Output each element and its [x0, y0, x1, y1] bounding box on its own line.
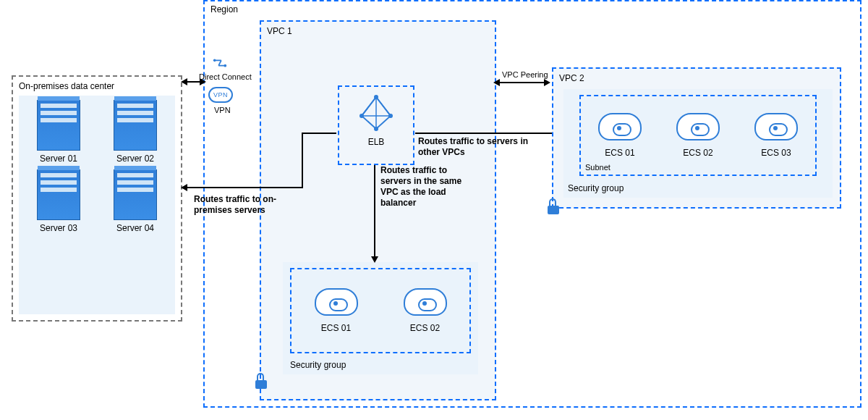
arrow-head: [493, 79, 500, 86]
vpc1-security-group-label: Security group: [290, 360, 346, 370]
arrow-head: [544, 79, 550, 86]
ecs-label: ECS 01: [591, 148, 649, 158]
vpc2-ecs-1: ECS 01: [591, 113, 649, 158]
vpc1-security-group: ECS 01 ECS 02 Security group: [283, 262, 478, 374]
svg-point-0: [213, 59, 216, 62]
ecs-icon: [754, 113, 798, 140]
ecs-icon: [598, 113, 642, 140]
direct-connect-label: Direct Connect: [199, 72, 252, 81]
ecs-icon: [315, 288, 358, 316]
svg-point-3: [388, 114, 393, 118]
server-icon: [37, 169, 80, 220]
server-2: Server 02: [110, 100, 161, 164]
region-label: Region: [210, 4, 238, 14]
server-label: Server 01: [33, 154, 84, 164]
vpc1-container: VPC 1 ELB ECS 01 ECS 02 Security group: [260, 20, 496, 400]
server-label: Server 03: [33, 223, 84, 233]
connector-vpc-peering: [499, 82, 544, 83]
server-label: Server 02: [110, 154, 161, 164]
connector-elb-othervpc: [415, 133, 564, 134]
vpc-peering-label: VPC Peering: [502, 70, 548, 79]
connector-elb-samevpc: [374, 165, 375, 258]
server-icon: [114, 169, 157, 220]
ecs-label: ECS 02: [669, 148, 727, 158]
lock-icon: [547, 198, 560, 214]
connector-elb-onprem-h2: [187, 187, 303, 188]
onprem-title: On-premises data center: [19, 81, 114, 91]
server-icon: [114, 100, 157, 151]
server-4: Server 04: [110, 169, 161, 233]
arrow-head: [181, 184, 187, 191]
elb-icon: [356, 94, 396, 132]
svg-point-4: [374, 127, 378, 131]
ecs-label: ECS 02: [396, 323, 454, 333]
onprem-container: On-premises data center Server 01 Server…: [12, 75, 182, 322]
server-label: Server 04: [110, 223, 161, 233]
svg-point-2: [374, 95, 378, 99]
vpc1-ecs-2: ECS 02: [396, 288, 454, 333]
route-same-vpc-label: Routes traffic to servers in the same VP…: [380, 165, 475, 209]
vpc2-ecs-2: ECS 02: [669, 113, 727, 158]
arrow-head: [200, 78, 206, 85]
connector-elb-onprem-v: [302, 133, 303, 187]
vpc2-security-group: ECS 01 ECS 02 ECS 03 Subnet Security gro…: [563, 89, 833, 198]
vpc2-container: VPC 2 ECS 01 ECS 02 ECS 03 Subnet Securi…: [552, 67, 841, 209]
ecs-icon: [404, 288, 447, 316]
route-other-vpcs-label: Routes traffic to servers in other VPCs: [418, 136, 548, 158]
ecs-label: ECS 03: [747, 148, 805, 158]
vpn-label: VPN: [214, 106, 231, 114]
vpc2-subnet-label: Subnet: [585, 163, 610, 172]
vpc1-label: VPC 1: [267, 26, 292, 36]
vpc2-label: VPC 2: [559, 73, 584, 83]
connector-elb-onprem-h1: [302, 133, 336, 134]
arrow-head: [371, 256, 378, 263]
server-3: Server 03: [33, 169, 84, 233]
server-1: Server 01: [33, 100, 84, 164]
arrow-head: [181, 78, 187, 85]
vpc2-security-group-label: Security group: [568, 183, 624, 193]
ecs-label: ECS 01: [307, 323, 365, 333]
direct-connect-icon: [212, 55, 228, 73]
vpn-icon: VPN: [208, 87, 233, 103]
lock-icon: [255, 373, 268, 389]
elb-label: ELB: [339, 137, 413, 147]
connector-onprem-region: [187, 81, 200, 83]
elb-box: ELB: [338, 85, 414, 165]
vpc1-ecs-1: ECS 01: [307, 288, 365, 333]
svg-point-1: [224, 64, 227, 67]
ecs-icon: [676, 113, 720, 140]
server-icon: [37, 100, 80, 151]
vpc2-ecs-3: ECS 03: [747, 113, 805, 158]
route-onprem-label: Routes traffic to on-premises servers: [194, 194, 281, 216]
svg-point-5: [359, 114, 364, 118]
